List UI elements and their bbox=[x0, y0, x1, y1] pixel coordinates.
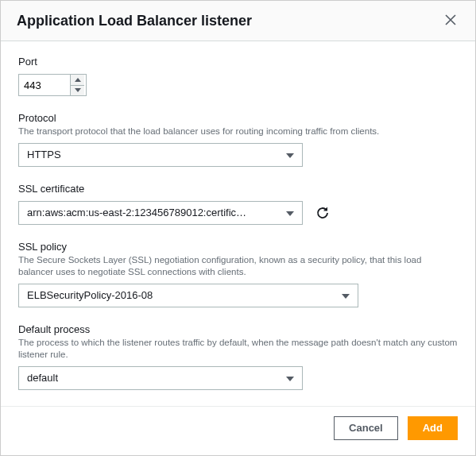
default-process-desc: The process to which the listener routes… bbox=[18, 337, 458, 361]
svg-marker-5 bbox=[342, 294, 350, 299]
default-process-select[interactable]: default bbox=[18, 366, 303, 390]
cancel-button[interactable]: Cancel bbox=[334, 416, 398, 440]
chevron-down-icon bbox=[286, 149, 294, 160]
port-steppers bbox=[70, 75, 84, 95]
ssl-policy-select[interactable]: ELBSecurityPolicy-2016-08 bbox=[18, 284, 358, 307]
port-step-up[interactable] bbox=[71, 75, 84, 86]
svg-marker-6 bbox=[286, 377, 294, 381]
protocol-select[interactable]: HTTPS bbox=[18, 143, 303, 167]
dialog-footer: Cancel Add bbox=[1, 406, 475, 453]
svg-marker-0 bbox=[75, 78, 81, 82]
ssl-policy-label: SSL policy bbox=[18, 241, 458, 253]
svg-marker-2 bbox=[286, 153, 294, 158]
protocol-label: Protocol bbox=[18, 112, 458, 124]
field-protocol: Protocol The transport protocol that the… bbox=[18, 112, 458, 167]
dialog-body: Port Protocol The transport protocol tha… bbox=[1, 41, 475, 406]
chevron-down-icon bbox=[342, 289, 350, 301]
field-default-process: Default process The process to which the… bbox=[18, 323, 458, 390]
port-step-down[interactable] bbox=[71, 86, 84, 96]
port-input-wrap bbox=[18, 74, 87, 96]
svg-marker-1 bbox=[75, 88, 81, 92]
add-button[interactable]: Add bbox=[408, 416, 458, 440]
ssl-policy-value: ELBSecurityPolicy-2016-08 bbox=[27, 289, 153, 301]
close-icon[interactable] bbox=[442, 10, 459, 31]
refresh-icon[interactable] bbox=[312, 203, 333, 223]
field-ssl-certificate: SSL certificate arn:aws:acm:us-east-2:12… bbox=[18, 183, 458, 225]
field-port: Port bbox=[18, 56, 458, 96]
svg-marker-3 bbox=[286, 211, 294, 216]
dialog-header: Application Load Balancer listener bbox=[1, 1, 475, 41]
dialog-title: Application Load Balancer listener bbox=[17, 13, 252, 29]
protocol-desc: The transport protocol that the load bal… bbox=[18, 126, 458, 138]
port-input[interactable] bbox=[19, 75, 70, 95]
chevron-down-icon bbox=[286, 207, 294, 218]
ssl-cert-select[interactable]: arn:aws:acm:us-east-2:123456789012:certi… bbox=[18, 201, 303, 225]
ssl-cert-label: SSL certificate bbox=[18, 183, 458, 195]
port-label: Port bbox=[18, 56, 458, 68]
ssl-cert-value: arn:aws:acm:us-east-2:123456789012:certi… bbox=[27, 207, 246, 218]
default-process-value: default bbox=[27, 372, 58, 384]
field-ssl-policy: SSL policy The Secure Sockets Layer (SSL… bbox=[18, 241, 458, 307]
ssl-policy-desc: The Secure Sockets Layer (SSL) negotiati… bbox=[18, 254, 458, 279]
protocol-value: HTTPS bbox=[27, 149, 61, 160]
default-process-label: Default process bbox=[18, 323, 458, 335]
chevron-down-icon bbox=[286, 372, 294, 384]
